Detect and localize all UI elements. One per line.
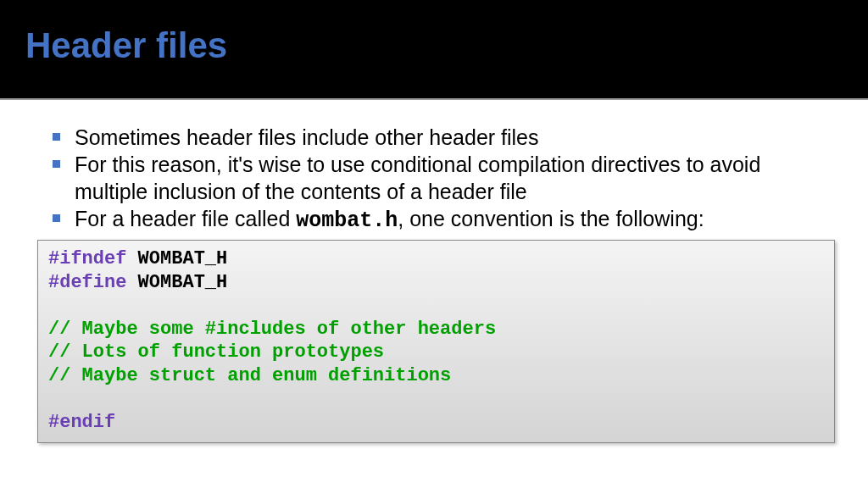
code-preproc: #ifndef	[48, 248, 126, 269]
code-preproc: #endif	[48, 412, 115, 433]
code-identifier: WOMBAT_H	[126, 248, 227, 269]
code-comment: // Maybe some #includes of other headers	[48, 319, 496, 340]
code-identifier: WOMBAT_H	[126, 272, 227, 293]
code-box: #ifndef WOMBAT_H #define WOMBAT_H // May…	[37, 240, 835, 443]
header-bar: Header files	[0, 0, 868, 100]
bullet-text-pre: For a header file called	[75, 207, 296, 230]
bullet-item: Sometimes header files include other hea…	[51, 124, 830, 151]
bullet-text-post: , one convention is the following:	[398, 207, 704, 230]
slide-title: Header files	[25, 25, 843, 66]
content-area: Sometimes header files include other hea…	[0, 100, 868, 443]
inline-code: wombat.h	[296, 208, 398, 233]
bullet-item: For a header file called wombat.h, one c…	[51, 205, 830, 235]
bullet-item: For this reason, it's wise to use condit…	[51, 151, 830, 205]
code-comment: // Maybe struct and enum definitions	[48, 365, 451, 386]
code-preproc: #define	[48, 272, 126, 293]
bullet-list: Sometimes header files include other hea…	[51, 124, 830, 235]
code-comment: // Lots of function prototypes	[48, 341, 384, 363]
